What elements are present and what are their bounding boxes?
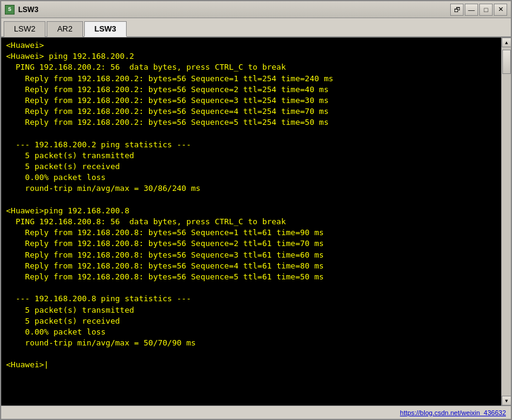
scroll-up-icon: ▲ xyxy=(505,40,508,45)
terminal-output[interactable]: <Huawei> <Huawei> ping 192.168.200.2 PIN… xyxy=(1,38,501,405)
scrollbar-up-button[interactable]: ▲ xyxy=(502,38,511,47)
minimize-button[interactable]: — xyxy=(465,4,478,16)
terminal-text: <Huawei> <Huawei> ping 192.168.200.2 PIN… xyxy=(6,40,496,371)
scrollbar-thumb[interactable] xyxy=(502,50,511,74)
tab-lsw3[interactable]: LSW3 xyxy=(84,21,127,37)
window-icon: S xyxy=(5,5,15,15)
window-title: LSW3 xyxy=(18,5,450,14)
close-button[interactable]: ✕ xyxy=(494,4,507,16)
scrollbar-track[interactable] xyxy=(502,47,511,396)
scrollbar: ▲ ▼ xyxy=(501,38,511,405)
tab-lsw2[interactable]: LSW2 xyxy=(4,21,45,37)
status-url[interactable]: https://blog.csdn.net/weixin_436632 xyxy=(400,409,506,416)
restore-button[interactable]: 🗗 xyxy=(450,4,464,16)
scroll-down-icon: ▼ xyxy=(505,398,508,404)
title-bar-buttons: 🗗 — □ ✕ xyxy=(450,4,507,16)
title-bar: S LSW3 🗗 — □ ✕ xyxy=(1,1,511,18)
scrollbar-down-button[interactable]: ▼ xyxy=(502,396,511,405)
content-area: <Huawei> <Huawei> ping 192.168.200.2 PIN… xyxy=(1,38,511,405)
maximize-button[interactable]: □ xyxy=(479,4,493,16)
tab-ar2[interactable]: AR2 xyxy=(47,21,82,37)
main-window: S LSW3 🗗 — □ ✕ LSW2 AR2 LSW3 <Huawei> <H… xyxy=(0,0,512,420)
tab-bar: LSW2 AR2 LSW3 xyxy=(1,18,511,38)
status-bar: https://blog.csdn.net/weixin_436632 xyxy=(1,405,511,419)
